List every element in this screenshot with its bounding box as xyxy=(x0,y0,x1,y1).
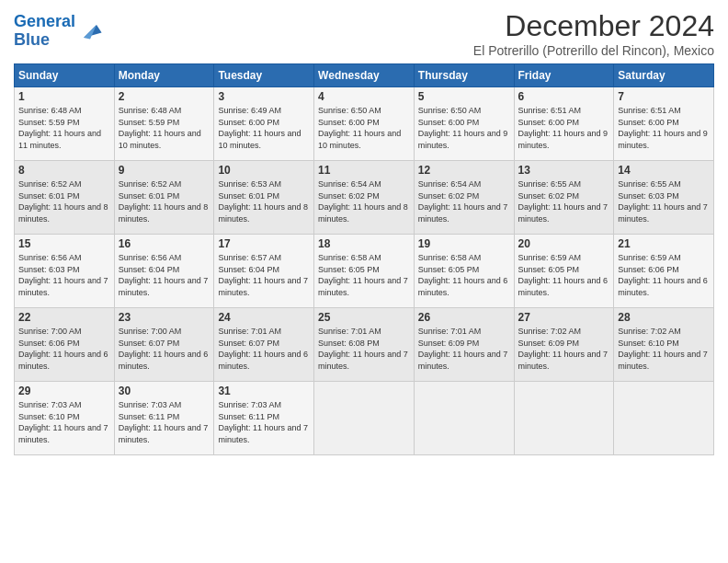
day-info: Sunrise: 6:54 AM Sunset: 6:02 PM Dayligh… xyxy=(318,178,410,224)
day-number: 7 xyxy=(618,90,710,103)
day-cell: 15 Sunrise: 6:56 AM Sunset: 6:03 PM Dayl… xyxy=(15,235,115,308)
day-cell: 21 Sunrise: 6:59 AM Sunset: 6:06 PM Dayl… xyxy=(614,235,714,308)
day-number: 13 xyxy=(518,164,610,177)
day-cell xyxy=(314,382,415,455)
day-number: 27 xyxy=(518,311,610,324)
day-info: Sunrise: 6:51 AM Sunset: 6:00 PM Dayligh… xyxy=(618,105,710,151)
day-info: Sunrise: 6:51 AM Sunset: 6:00 PM Dayligh… xyxy=(518,105,610,151)
day-info: Sunrise: 6:49 AM Sunset: 6:00 PM Dayligh… xyxy=(218,105,310,151)
title-area: December 2024 El Potrerillo (Potrerillo … xyxy=(473,9,714,58)
day-number: 1 xyxy=(18,90,110,103)
calendar-body: 1 Sunrise: 6:48 AM Sunset: 5:59 PM Dayli… xyxy=(15,87,714,455)
day-info: Sunrise: 6:54 AM Sunset: 6:02 PM Dayligh… xyxy=(418,178,510,224)
day-cell: 7 Sunrise: 6:51 AM Sunset: 6:00 PM Dayli… xyxy=(614,87,714,161)
day-number: 6 xyxy=(518,90,610,103)
logo: General Blue xyxy=(14,13,103,50)
day-cell: 20 Sunrise: 6:59 AM Sunset: 6:05 PM Dayl… xyxy=(514,235,614,308)
day-cell: 28 Sunrise: 7:02 AM Sunset: 6:10 PM Dayl… xyxy=(614,308,714,382)
calendar-table: SundayMondayTuesdayWednesdayThursdayFrid… xyxy=(14,63,714,455)
day-number: 5 xyxy=(418,90,510,103)
day-cell: 5 Sunrise: 6:50 AM Sunset: 6:00 PM Dayli… xyxy=(414,87,514,161)
day-info: Sunrise: 6:56 AM Sunset: 6:04 PM Dayligh… xyxy=(119,252,210,298)
day-info: Sunrise: 6:55 AM Sunset: 6:03 PM Dayligh… xyxy=(618,178,710,224)
day-number: 12 xyxy=(418,164,510,177)
week-row-5: 29 Sunrise: 7:03 AM Sunset: 6:10 PM Dayl… xyxy=(15,382,714,455)
day-number: 15 xyxy=(18,237,110,250)
day-number: 31 xyxy=(218,385,310,397)
day-cell xyxy=(414,382,514,455)
day-info: Sunrise: 6:56 AM Sunset: 6:03 PM Dayligh… xyxy=(18,252,110,298)
header-cell-thursday: Thursday xyxy=(414,64,514,87)
day-number: 16 xyxy=(119,237,210,250)
day-info: Sunrise: 7:01 AM Sunset: 6:08 PM Dayligh… xyxy=(318,326,410,372)
day-cell: 6 Sunrise: 6:51 AM Sunset: 6:00 PM Dayli… xyxy=(514,87,614,161)
day-info: Sunrise: 6:52 AM Sunset: 6:01 PM Dayligh… xyxy=(119,178,210,224)
header-cell-wednesday: Wednesday xyxy=(314,64,415,87)
day-info: Sunrise: 7:03 AM Sunset: 6:10 PM Dayligh… xyxy=(18,399,110,445)
header-cell-monday: Monday xyxy=(114,64,214,87)
day-number: 3 xyxy=(218,90,310,103)
day-cell: 1 Sunrise: 6:48 AM Sunset: 5:59 PM Dayli… xyxy=(15,87,115,161)
logo-text: General Blue xyxy=(14,13,75,50)
month-title: December 2024 xyxy=(473,9,714,43)
day-number: 29 xyxy=(18,385,110,397)
calendar-header-row: SundayMondayTuesdayWednesdayThursdayFrid… xyxy=(15,64,714,87)
day-cell: 3 Sunrise: 6:49 AM Sunset: 6:00 PM Dayli… xyxy=(214,87,314,161)
day-info: Sunrise: 6:53 AM Sunset: 6:01 PM Dayligh… xyxy=(218,178,310,224)
day-number: 9 xyxy=(119,164,210,177)
week-row-3: 15 Sunrise: 6:56 AM Sunset: 6:03 PM Dayl… xyxy=(15,235,714,308)
day-info: Sunrise: 6:48 AM Sunset: 5:59 PM Dayligh… xyxy=(18,105,110,151)
day-number: 24 xyxy=(218,311,310,324)
day-number: 8 xyxy=(18,164,110,177)
day-info: Sunrise: 6:58 AM Sunset: 6:05 PM Dayligh… xyxy=(418,252,510,298)
day-info: Sunrise: 6:55 AM Sunset: 6:02 PM Dayligh… xyxy=(518,178,610,224)
day-info: Sunrise: 7:03 AM Sunset: 6:11 PM Dayligh… xyxy=(218,399,310,445)
header-cell-saturday: Saturday xyxy=(614,64,714,87)
day-number: 22 xyxy=(18,311,110,324)
day-info: Sunrise: 6:59 AM Sunset: 6:05 PM Dayligh… xyxy=(518,252,610,298)
day-number: 21 xyxy=(618,237,710,250)
day-number: 11 xyxy=(318,164,410,177)
day-info: Sunrise: 7:03 AM Sunset: 6:11 PM Dayligh… xyxy=(119,399,210,445)
day-cell: 22 Sunrise: 7:00 AM Sunset: 6:06 PM Dayl… xyxy=(15,308,115,382)
week-row-2: 8 Sunrise: 6:52 AM Sunset: 6:01 PM Dayli… xyxy=(15,161,714,235)
day-cell: 17 Sunrise: 6:57 AM Sunset: 6:04 PM Dayl… xyxy=(214,235,314,308)
day-info: Sunrise: 6:52 AM Sunset: 6:01 PM Dayligh… xyxy=(18,178,110,224)
day-cell: 2 Sunrise: 6:48 AM Sunset: 5:59 PM Dayli… xyxy=(114,87,214,161)
day-number: 23 xyxy=(119,311,210,324)
day-info: Sunrise: 6:57 AM Sunset: 6:04 PM Dayligh… xyxy=(218,252,310,298)
day-cell xyxy=(514,382,614,455)
day-number: 10 xyxy=(218,164,310,177)
day-cell: 4 Sunrise: 6:50 AM Sunset: 6:00 PM Dayli… xyxy=(314,87,415,161)
header: General Blue December 2024 El Potrerillo… xyxy=(14,9,714,58)
day-info: Sunrise: 6:58 AM Sunset: 6:05 PM Dayligh… xyxy=(318,252,410,298)
day-cell: 26 Sunrise: 7:01 AM Sunset: 6:09 PM Dayl… xyxy=(414,308,514,382)
day-cell: 29 Sunrise: 7:03 AM Sunset: 6:10 PM Dayl… xyxy=(15,382,115,455)
day-info: Sunrise: 6:50 AM Sunset: 6:00 PM Dayligh… xyxy=(418,105,510,151)
day-info: Sunrise: 7:02 AM Sunset: 6:09 PM Dayligh… xyxy=(518,326,610,372)
day-cell: 14 Sunrise: 6:55 AM Sunset: 6:03 PM Dayl… xyxy=(614,161,714,235)
day-number: 30 xyxy=(119,385,210,397)
day-info: Sunrise: 6:50 AM Sunset: 6:00 PM Dayligh… xyxy=(318,105,410,151)
day-cell: 8 Sunrise: 6:52 AM Sunset: 6:01 PM Dayli… xyxy=(15,161,115,235)
day-number: 18 xyxy=(318,237,410,250)
day-cell xyxy=(614,382,714,455)
day-cell: 16 Sunrise: 6:56 AM Sunset: 6:04 PM Dayl… xyxy=(114,235,214,308)
day-number: 14 xyxy=(618,164,710,177)
day-number: 17 xyxy=(218,237,310,250)
day-info: Sunrise: 7:01 AM Sunset: 6:09 PM Dayligh… xyxy=(418,326,510,372)
day-cell: 18 Sunrise: 6:58 AM Sunset: 6:05 PM Dayl… xyxy=(314,235,415,308)
day-cell: 9 Sunrise: 6:52 AM Sunset: 6:01 PM Dayli… xyxy=(114,161,214,235)
day-cell: 31 Sunrise: 7:03 AM Sunset: 6:11 PM Dayl… xyxy=(214,382,314,455)
day-cell: 27 Sunrise: 7:02 AM Sunset: 6:09 PM Dayl… xyxy=(514,308,614,382)
day-info: Sunrise: 7:02 AM Sunset: 6:10 PM Dayligh… xyxy=(618,326,710,372)
location-title: El Potrerillo (Potrerillo del Rincon), M… xyxy=(473,43,714,58)
day-cell: 13 Sunrise: 6:55 AM Sunset: 6:02 PM Dayl… xyxy=(514,161,614,235)
header-cell-sunday: Sunday xyxy=(15,64,115,87)
day-info: Sunrise: 7:01 AM Sunset: 6:07 PM Dayligh… xyxy=(218,326,310,372)
day-cell: 10 Sunrise: 6:53 AM Sunset: 6:01 PM Dayl… xyxy=(214,161,314,235)
header-cell-tuesday: Tuesday xyxy=(214,64,314,87)
logo-icon xyxy=(77,18,103,44)
week-row-4: 22 Sunrise: 7:00 AM Sunset: 6:06 PM Dayl… xyxy=(15,308,714,382)
day-cell: 19 Sunrise: 6:58 AM Sunset: 6:05 PM Dayl… xyxy=(414,235,514,308)
